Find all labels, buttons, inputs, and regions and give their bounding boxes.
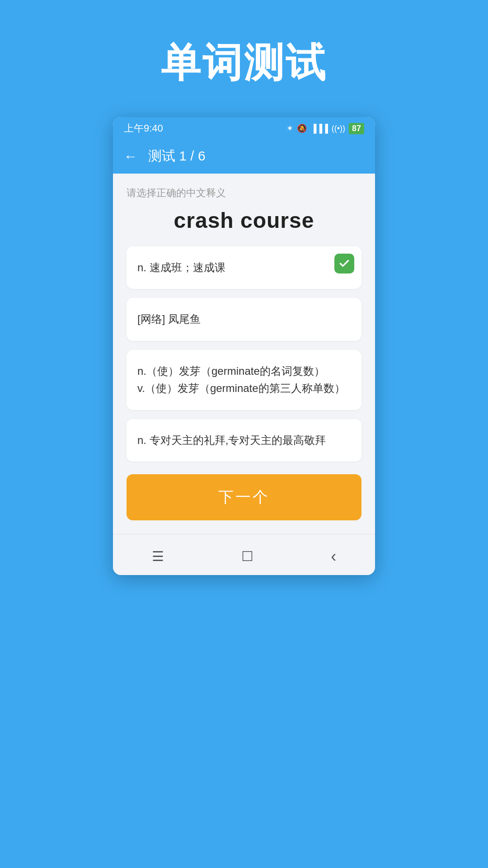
- option-text-3: n.（使）发芽（germinate的名词复数）v.（使）发芽（germinate…: [137, 365, 345, 394]
- battery-badge: 87: [349, 123, 364, 134]
- option-card-2[interactable]: [网络] 凤尾鱼: [127, 298, 361, 340]
- option-text-2: [网络] 凤尾鱼: [137, 313, 201, 325]
- status-icons: ✶ 🔕 ▐▐▐ ((•)) 87: [286, 123, 364, 134]
- home-icon[interactable]: ☐: [241, 548, 253, 564]
- bluetooth-icon: ✶: [286, 123, 293, 133]
- alarm-icon: 🔕: [297, 123, 307, 133]
- app-header: ← 测试 1 / 6: [113, 139, 375, 174]
- header-title: 测试 1 / 6: [148, 147, 206, 165]
- signal-icon: ▐▐▐: [310, 124, 328, 133]
- option-card-3[interactable]: n.（使）发芽（germinate的名词复数）v.（使）发芽（germinate…: [127, 350, 361, 410]
- status-time: 上午9:40: [124, 122, 163, 135]
- wifi-icon: ((•)): [332, 124, 345, 133]
- menu-icon[interactable]: ☰: [152, 548, 164, 564]
- back-nav-icon[interactable]: ‹: [331, 547, 336, 566]
- option-card-1[interactable]: n. 速成班；速成课: [127, 246, 361, 289]
- page-title: 单词测试: [0, 36, 488, 90]
- instruction-text: 请选择正确的中文释义: [127, 186, 361, 200]
- page-title-area: 单词测试: [0, 0, 488, 117]
- phone-frame: 上午9:40 ✶ 🔕 ▐▐▐ ((•)) 87 ← 测试 1 / 6 请选择正确…: [113, 117, 375, 575]
- content-area: 请选择正确的中文释义 crash course n. 速成班；速成课 [网络] …: [113, 174, 375, 534]
- back-button[interactable]: ←: [124, 149, 137, 164]
- page-background: 单词测试 上午9:40 ✶ 🔕 ▐▐▐ ((•)) 87 ← 测试 1 / 6 …: [0, 0, 488, 575]
- status-bar: 上午9:40 ✶ 🔕 ▐▐▐ ((•)) 87: [113, 117, 375, 139]
- word-display: crash course: [127, 208, 361, 233]
- option-text-4: n. 专对天主的礼拜,专对天主的最高敬拜: [137, 434, 326, 446]
- next-button[interactable]: 下一个: [127, 474, 361, 520]
- bottom-nav: ☰ ☐ ‹: [113, 534, 375, 575]
- correct-badge: [334, 254, 354, 274]
- option-text-1: n. 速成班；速成课: [137, 261, 225, 274]
- option-card-4[interactable]: n. 专对天主的礼拜,专对天主的最高敬拜: [127, 419, 361, 462]
